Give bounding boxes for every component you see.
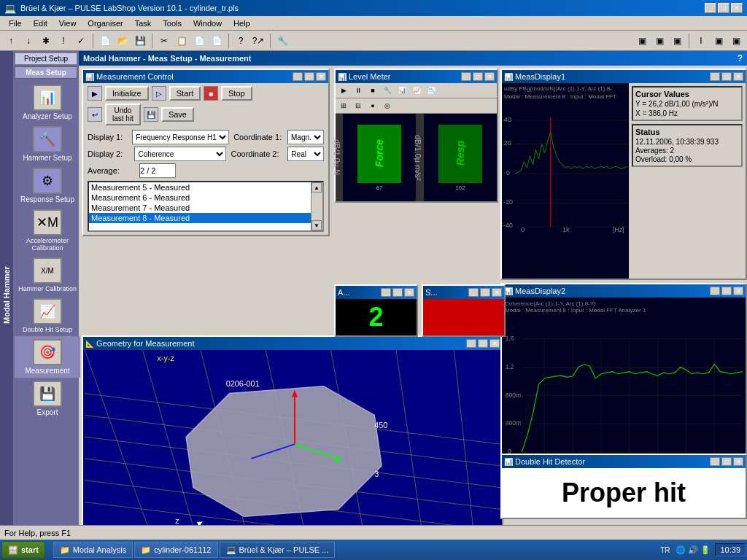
toolbar-paste[interactable]: 📄 — [191, 33, 207, 49]
menu-file[interactable]: File — [3, 18, 28, 29]
sidebar-item-response-setup[interactable]: ⚙ Response Setup — [15, 165, 80, 206]
project-setup-tab[interactable]: Project Setup — [15, 52, 77, 65]
toolbar-app-icon[interactable]: 🔧 — [274, 33, 290, 49]
md1-minimize[interactable]: _ — [710, 72, 720, 81]
meas-item-1[interactable]: Measurement 5 - Measured — [89, 182, 322, 192]
taskbar-item-1[interactable]: 📁 Modal Analysis — [53, 542, 133, 558]
meas-control-close[interactable]: ✕ — [316, 72, 326, 81]
help-icon[interactable]: ? — [738, 53, 743, 63]
lm-btn7[interactable]: 📉 — [425, 85, 438, 96]
toolbar-help2[interactable]: ?↗ — [250, 33, 266, 49]
dh-minimize[interactable]: _ — [710, 457, 720, 466]
sidebar-item-hammer-setup[interactable]: 🔨 Hammer Setup — [15, 123, 80, 165]
display1-select[interactable]: Frequency Response H1 — [132, 130, 229, 144]
taskbar-item-2[interactable]: 📁 cylinder-061112 — [134, 542, 217, 558]
geo-minimize[interactable]: _ — [466, 339, 476, 348]
coord1-select[interactable]: Magn. — [287, 130, 324, 144]
taskbar-item-3[interactable]: 💻 Brüel & Kjær – PULSE ... — [220, 542, 336, 558]
lm-btn10[interactable]: ● — [366, 100, 379, 112]
menu-view[interactable]: View — [53, 18, 82, 29]
menu-edit[interactable]: Edit — [28, 18, 53, 29]
menu-tools[interactable]: Tools — [157, 18, 187, 29]
scroll-down[interactable]: ▼ — [311, 220, 322, 230]
sw-s-close[interactable]: ✕ — [492, 288, 502, 297]
toolbar-right1[interactable]: ▣ — [634, 33, 650, 49]
undo-button[interactable]: Undolast hit — [105, 104, 141, 125]
md1-close[interactable]: ✕ — [733, 72, 743, 81]
list-scrollbar[interactable]: ▲ ▼ — [311, 182, 322, 230]
sidebar-item-accel-cal[interactable]: ✕M Accelerometer Calibration — [15, 206, 80, 254]
dh-close[interactable]: ✕ — [733, 457, 743, 466]
save-button[interactable]: Save — [161, 107, 194, 122]
md2-minimize[interactable]: _ — [710, 287, 720, 295]
sw-s-restore[interactable]: □ — [480, 288, 490, 297]
sidebar-item-hammer-cal[interactable]: X/M Hammer Calibration — [15, 254, 80, 295]
meas-control-minimize[interactable]: _ — [293, 72, 303, 81]
toolbar-copy[interactable]: 📋 — [174, 33, 190, 49]
maximize-btn[interactable]: □ — [718, 3, 729, 13]
sidebar-item-analyzer-setup[interactable]: 📊 Analyzer Setup — [15, 82, 80, 123]
lm-btn4[interactable]: 🔧 — [381, 85, 394, 96]
minimize-btn[interactable]: _ — [705, 3, 716, 13]
sw-a-close[interactable]: ✕ — [404, 288, 414, 297]
toolbar-right4[interactable]: I — [693, 33, 709, 49]
lm-btn3[interactable]: ■ — [366, 85, 379, 96]
sidebar-item-export[interactable]: 💾 Export — [15, 378, 80, 419]
meas-control-restore[interactable]: □ — [304, 72, 314, 81]
sw-a-restore[interactable]: □ — [392, 288, 403, 297]
toolbar-check[interactable]: ✓ — [73, 33, 89, 49]
toolbar-cut[interactable]: ✂ — [156, 33, 172, 49]
menu-window[interactable]: Window — [187, 18, 228, 29]
stop-button[interactable]: Stop — [221, 86, 252, 101]
md1-restore[interactable]: □ — [721, 72, 732, 81]
dh-restore[interactable]: □ — [721, 457, 732, 466]
sidebar-item-double-hit[interactable]: 📈 Double Hit Setup — [15, 295, 80, 336]
lm-btn11[interactable]: ◎ — [381, 100, 394, 112]
display2-select[interactable]: Coherence — [134, 147, 226, 161]
menu-help[interactable]: Help — [228, 18, 256, 29]
sw-s-minimize[interactable]: _ — [468, 288, 479, 297]
toolbar-right6[interactable]: ▣ — [728, 33, 744, 49]
toolbar-right2[interactable]: ▣ — [651, 33, 667, 49]
geo-close[interactable]: ✕ — [489, 339, 500, 348]
lm-btn2[interactable]: ⏸ — [352, 85, 365, 96]
meas-item-4[interactable]: Measurement 8 - Measured — [89, 213, 322, 223]
close-btn[interactable]: ✕ — [731, 3, 743, 13]
lm-btn1[interactable]: ▶ — [337, 85, 350, 96]
lm-btn8[interactable]: ⊞ — [337, 100, 350, 112]
sw-a-minimize[interactable]: _ — [381, 288, 391, 297]
toolbar-paste2[interactable]: 📄 — [209, 33, 225, 49]
toolbar-new[interactable]: 📄 — [97, 33, 113, 49]
meas-item-2[interactable]: Measurement 6 - Measured — [89, 192, 322, 203]
start-button[interactable]: 🪟 start — [1, 541, 45, 559]
initialize-button[interactable]: Initialize — [105, 86, 149, 101]
toolbar-up[interactable]: ↑ — [3, 33, 19, 49]
toolbar-open[interactable]: 📂 — [115, 33, 131, 49]
coord2-select[interactable]: Real — [287, 147, 324, 161]
meas-item-3[interactable]: Measurement 7 - Measured — [89, 203, 322, 213]
toolbar-right3[interactable]: ▣ — [669, 33, 685, 49]
toolbar-exclaim[interactable]: ! — [55, 33, 71, 49]
md2-close[interactable]: ✕ — [733, 287, 743, 295]
sidebar-item-measurement[interactable]: 🎯 Measurement — [15, 336, 80, 378]
meas-setup-tab[interactable]: Meas Setup — [15, 66, 77, 79]
geo-restore[interactable]: □ — [478, 339, 488, 348]
lm-btn5[interactable]: 📊 — [395, 85, 409, 96]
toolbar-asterisk[interactable]: ✱ — [38, 33, 54, 49]
average-input[interactable]: 2 / 2 — [139, 163, 176, 178]
toolbar-right5[interactable]: ▣ — [711, 33, 727, 49]
lm-close[interactable]: ✕ — [484, 72, 495, 81]
md2-restore[interactable]: □ — [721, 287, 732, 295]
lm-btn9[interactable]: ⊟ — [352, 100, 365, 112]
toolbar-help[interactable]: ? — [233, 33, 249, 49]
menu-organiser[interactable]: Organiser — [82, 18, 128, 29]
toolbar-save[interactable]: 💾 — [132, 33, 148, 49]
toolbar-down[interactable]: ↓ — [20, 33, 36, 49]
menu-task[interactable]: Task — [129, 18, 158, 29]
lm-restore[interactable]: □ — [473, 72, 483, 81]
lm-minimize[interactable]: _ — [461, 72, 471, 81]
scroll-up[interactable]: ▲ — [311, 182, 322, 192]
lm-btn6[interactable]: 📈 — [410, 85, 423, 96]
measurements-list[interactable]: Measurement 5 - Measured Measurement 6 -… — [88, 181, 324, 232]
start-button[interactable]: Start — [169, 86, 201, 101]
